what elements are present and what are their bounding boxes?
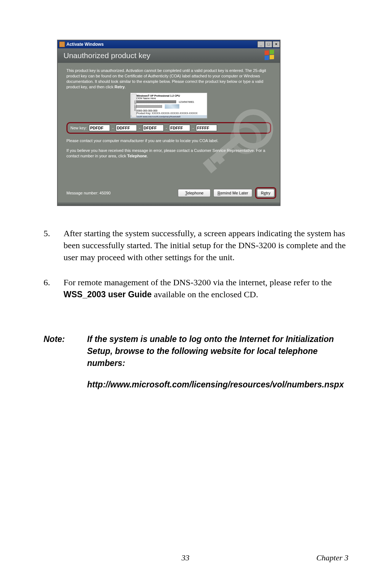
coa-side-label: X05-18910	[131, 94, 136, 117]
item-text: For remote management of the DNS-3200 vi…	[64, 277, 348, 301]
coa-product-key: Product Key: XXXXX-XXXXX-XXXXX-XXXXX-XXX…	[136, 112, 205, 114]
coa-pn: 12345678901	[179, 101, 194, 103]
header-bar: Unauthorized product key	[58, 48, 280, 63]
windows-flag-icon	[265, 50, 275, 61]
remind-later-button[interactable]: Remind Me Later	[213, 189, 252, 197]
coa-oem: OEM Name Here	[136, 97, 205, 100]
retry-button[interactable]: Retry	[257, 189, 274, 197]
hologram-icon	[165, 104, 179, 109]
barcode-icon	[136, 105, 162, 108]
item-number: 6.	[44, 277, 64, 301]
close-button[interactable]: ×	[273, 41, 280, 48]
key-icon	[59, 41, 65, 47]
guide-name: WSS_2003 user Guide	[64, 290, 152, 299]
message-number: Message number: 45090	[66, 191, 175, 195]
window-buttons: _ □ ×	[257, 41, 280, 48]
coa-footer: Microsoft www.microsoft.com/piracy/howto…	[131, 115, 207, 118]
page-number: 33	[181, 553, 189, 563]
dialog-body: This product key is unauthorized. Activa…	[58, 63, 280, 202]
coa-label-example: X05-18910 Windows® XP Professional 1-2 C…	[130, 93, 207, 118]
note-block: Note: If the system is unable to log ont…	[44, 333, 348, 391]
note-label: Note:	[44, 333, 87, 391]
key-segment-4[interactable]	[169, 125, 190, 131]
page-title: Unauthorized product key	[64, 51, 150, 60]
page-footer: 33 Chapter 3	[44, 553, 348, 563]
key-segment-2[interactable]	[116, 125, 137, 131]
window-title: Activate Windows	[66, 42, 104, 47]
telephone-label: elephone	[187, 191, 203, 195]
new-key-label: New key:	[70, 126, 87, 130]
maximize-button[interactable]: □	[265, 41, 272, 48]
titlebar[interactable]: Activate Windows _ □ ×	[58, 40, 280, 48]
retry-highlight: Retry	[255, 187, 276, 199]
remind-label: emind Me Later	[220, 191, 248, 195]
list-item-5: 5. After starting the system successfull…	[44, 227, 348, 263]
key-segment-1[interactable]	[89, 125, 110, 131]
coa-mid: 0000-000-000-000	[136, 109, 205, 112]
footer-strip	[58, 202, 280, 205]
activate-windows-window: Activate Windows _ □ × Unauthorized prod…	[57, 40, 280, 206]
item-text: After starting the system successfully, …	[64, 227, 348, 263]
note-text: If the system is unable to log onto the …	[87, 333, 348, 391]
minimize-button[interactable]: _	[257, 41, 265, 48]
document-text: 5. After starting the system successfull…	[44, 227, 348, 391]
instruction-text: This product key is unauthorized. Activa…	[66, 68, 271, 90]
note-url: http://www.microsoft.com/licensing/resou…	[87, 379, 348, 391]
page-content: Activate Windows _ □ × Unauthorized prod…	[44, 40, 348, 391]
item-number: 5.	[44, 227, 64, 263]
key-segment-3[interactable]	[143, 125, 164, 131]
list-item-6: 6. For remote management of the DNS-3200…	[44, 277, 348, 301]
telephone-button[interactable]: Telephone	[178, 189, 211, 197]
chapter-label: Chapter 3	[316, 553, 348, 563]
coa-top: Windows® XP Professional 1-2 CPU	[136, 94, 205, 97]
barcode-icon	[136, 100, 176, 103]
button-bar: Message number: 45090 Telephone Remind M…	[58, 187, 280, 199]
